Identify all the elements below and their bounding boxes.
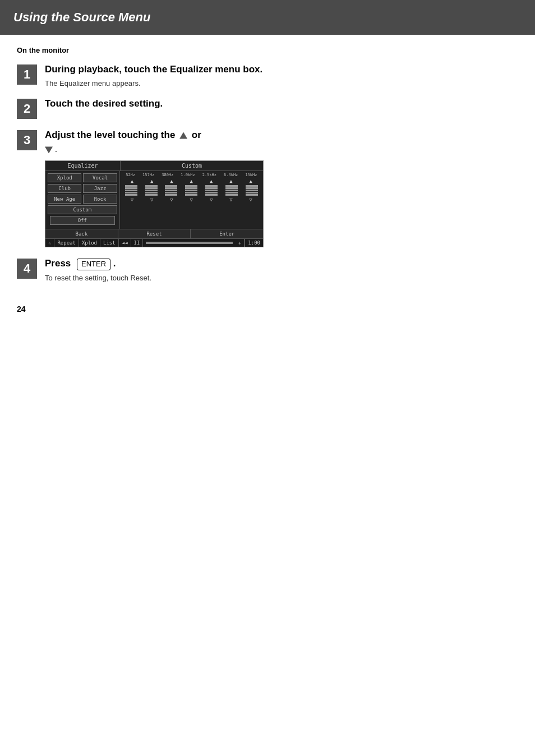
equalizer-mockup: Equalizer Custom Xplod Vocal Club Jazz [45,160,264,247]
eq-status-repeat[interactable]: Repeat [54,239,79,247]
eq-up-2[interactable]: ▲ [150,178,153,184]
eq-bar-col-7 [246,185,258,196]
freq-1khz: 1.0kHz [181,173,195,177]
eq-down-3[interactable]: ▽ [170,197,173,202]
eq-volume-bar [143,239,235,247]
eq-bar-line [185,192,197,193]
eq-enter-btn[interactable]: Enter [191,229,263,238]
eq-status-list[interactable]: List [100,239,119,247]
eq-title-left: Equalizer [45,161,121,170]
freq-157hz: 157Hz [142,173,154,177]
enter-button[interactable]: ENTER [77,259,110,270]
freq-52hz: 52Hz [126,173,135,177]
eq-bar-line [165,190,177,191]
eq-up-7[interactable]: ▲ [250,178,252,184]
step-2-number: 2 [17,99,37,119]
step-2: 2 Touch the desired setting. [17,98,518,119]
eq-preset-jazz[interactable]: Jazz [83,184,117,193]
eq-bar-line [185,194,197,196]
eq-bars-area [122,185,261,196]
step-3: 3 Adjust the level touching the or . Equ… [17,129,518,247]
eq-bar-col-6 [225,185,238,196]
eq-statusbar: ☆ Repeat Xplod List ◄◄ II + 1:00 [45,238,263,247]
eq-up-6[interactable]: ▲ [229,178,232,184]
step-4-heading: Press ENTER . [45,257,518,270]
eq-up-5[interactable]: ▲ [210,178,213,184]
eq-status-plus[interactable]: + [236,239,245,247]
eq-bar-line [145,185,158,187]
eq-sliders-panel: 52Hz 157Hz 380Hz 1.0kHz 2.5kHz 6.3kHz 15… [120,171,263,229]
eq-preset-rock[interactable]: Rock [83,195,117,204]
eq-buttons-row: Back Reset Enter [45,229,263,238]
eq-preset-newage[interactable]: New Age [48,195,81,204]
eq-up-1[interactable]: ▲ [131,178,133,184]
eq-preset-row-2: Club Jazz [48,184,117,193]
step-2-content: Touch the desired setting. [45,98,518,113]
header-bar: Using the Source Menu [0,0,535,35]
eq-reset-btn[interactable]: Reset [118,229,191,238]
eq-bar-line [205,187,218,189]
eq-bar-line [205,190,218,191]
eq-down-2[interactable]: ▽ [150,197,153,202]
eq-preset-row-4: Custom [48,205,117,214]
eq-bar-line [185,187,197,189]
eq-up-3[interactable]: ▲ [170,178,173,184]
eq-down-5[interactable]: ▽ [210,197,213,202]
eq-bar-line [125,192,137,193]
eq-preset-vocal[interactable]: Vocal [83,173,117,182]
eq-down-7[interactable]: ▽ [250,197,252,202]
eq-bar-line [165,192,177,193]
step-1-content: During playback, touch the Equalizer men… [45,63,518,87]
eq-bar-line [205,185,218,187]
eq-bar-line [185,190,197,191]
freq-380hz: 380Hz [162,173,173,177]
eq-up-arrows-row: ▲ ▲ ▲ ▲ ▲ ▲ ▲ [122,178,261,184]
eq-status-prev[interactable]: ◄◄ [119,239,131,247]
step-4-content: Press ENTER . To reset the setting, touc… [45,257,518,282]
eq-status-settings[interactable]: ☆ [45,239,54,247]
eq-back-btn[interactable]: Back [45,229,118,238]
eq-bar-col-1 [125,185,137,196]
eq-down-arrows-row: ▽ ▽ ▽ ▽ ▽ ▽ ▽ [122,197,261,202]
step-1-body: The Equalizer menu appears. [45,79,518,87]
step-3-heading-text: Adjust the level touching the [45,130,175,140]
step-3-period: . [55,145,57,154]
eq-status-time: 1:00 [245,239,263,247]
step-4-number: 4 [17,259,37,279]
eq-bar-line [246,185,258,187]
eq-bar-line [225,192,238,193]
eq-status-pause[interactable]: II [131,239,144,247]
freq-2-5khz: 2.5kHz [202,173,216,177]
eq-down-6[interactable]: ▽ [229,197,232,202]
eq-bar-line [246,190,258,191]
step-1: 1 During playback, touch the Equalizer m… [17,63,518,87]
eq-bar-line [125,190,137,191]
eq-bar-line [145,190,158,191]
eq-down-1[interactable]: ▽ [131,197,133,202]
eq-up-4[interactable]: ▲ [190,178,193,184]
eq-bar-line [145,194,158,196]
eq-preset-club[interactable]: Club [48,184,81,193]
eq-bar-line [125,187,137,189]
eq-header: Equalizer Custom [45,161,263,171]
eq-bar-line [225,194,238,196]
eq-off-btn[interactable]: Off [50,216,115,225]
eq-bar-line [125,194,137,196]
eq-bar-line [246,187,258,189]
eq-bar-line [205,194,218,196]
eq-bar-line [165,194,177,196]
eq-down-4[interactable]: ▽ [190,197,193,202]
down-arrow-icon [45,146,53,153]
eq-freq-labels: 52Hz 157Hz 380Hz 1.0kHz 2.5kHz 6.3kHz 15… [122,173,261,177]
step-3-content: Adjust the level touching the or . Equal… [45,129,518,247]
eq-bar-col-5 [205,185,218,196]
freq-6-3khz: 6.3kHz [224,173,238,177]
eq-preset-custom[interactable]: Custom [48,205,117,214]
eq-bar-line [246,194,258,196]
eq-bar-col-2 [145,185,158,196]
eq-preset-xplod[interactable]: Xplod [48,173,81,182]
eq-bar-line [145,187,158,189]
eq-bar-line [165,185,177,187]
page-number: 24 [17,305,518,314]
freq-15khz: 15kHz [245,173,257,177]
